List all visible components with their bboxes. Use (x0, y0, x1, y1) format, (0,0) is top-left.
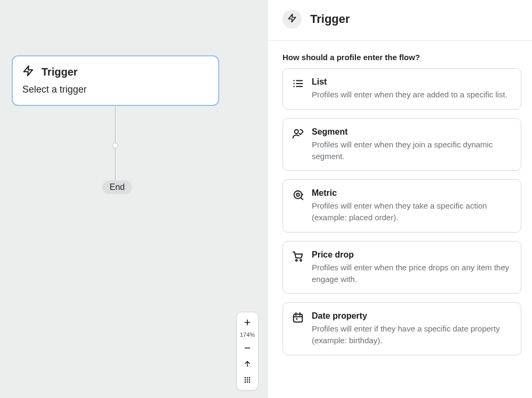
metric-icon (292, 188, 304, 201)
trigger-option-metric[interactable]: Metric Profiles will enter when they tak… (282, 179, 521, 233)
segment-icon (292, 127, 304, 140)
zoom-in-button[interactable] (237, 314, 258, 330)
svg-point-5 (245, 377, 246, 379)
svg-point-11 (245, 382, 246, 383)
svg-point-16 (293, 83, 294, 84)
svg-point-9 (247, 379, 248, 381)
panel-icon-wrap (282, 10, 302, 29)
end-node: End (102, 180, 132, 194)
list-icon (292, 77, 304, 90)
zoom-fit-button[interactable] (237, 356, 258, 372)
bolt-icon (22, 65, 34, 79)
trigger-node[interactable]: Trigger Select a trigger (12, 55, 219, 106)
trigger-option-date-property[interactable]: Date property Profiles will enter if the… (282, 302, 521, 355)
option-text: Segment Profiles will enter when they jo… (312, 127, 511, 162)
zoom-out-button[interactable] (237, 340, 258, 356)
trigger-node-title: Trigger (41, 66, 78, 78)
zoom-grid-button[interactable] (237, 372, 258, 388)
svg-rect-27 (294, 314, 303, 322)
app-root: Trigger Select a trigger End 174% (0, 0, 532, 398)
panel-prompt: How should a profile enter the flow? (282, 53, 521, 62)
svg-point-25 (296, 260, 297, 261)
option-title: Segment (312, 127, 511, 137)
calendar-icon (292, 311, 304, 324)
panel-header: Trigger (268, 0, 532, 41)
bolt-icon (287, 13, 297, 25)
trigger-option-price-drop[interactable]: Price drop Profiles will enter when the … (282, 241, 521, 294)
svg-point-23 (296, 194, 300, 197)
option-text: List Profiles will enter when they are a… (312, 77, 511, 101)
option-text: Price drop Profiles will enter when the … (312, 250, 511, 285)
svg-marker-14 (288, 14, 296, 22)
svg-rect-31 (296, 318, 297, 320)
trigger-option-list[interactable]: List Profiles will enter when they are a… (282, 68, 521, 110)
svg-point-6 (247, 377, 248, 379)
flow-canvas[interactable]: Trigger Select a trigger End 174% (0, 0, 268, 398)
trigger-node-subtitle: Select a trigger (22, 84, 209, 95)
option-title: Price drop (312, 250, 511, 260)
option-desc: Profiles will enter when the price drops… (312, 262, 511, 285)
option-title: Date property (312, 311, 511, 321)
trigger-node-header: Trigger (22, 65, 209, 79)
option-desc: Profiles will enter when they take a spe… (312, 200, 511, 223)
option-title: Metric (312, 188, 511, 198)
svg-point-10 (249, 379, 251, 381)
svg-line-24 (301, 198, 303, 200)
panel-title: Trigger (310, 12, 350, 26)
option-desc: Profiles will enter if they have a speci… (312, 323, 511, 346)
svg-marker-0 (24, 66, 33, 76)
trigger-option-segment[interactable]: Segment Profiles will enter when they jo… (282, 118, 521, 171)
svg-point-12 (247, 382, 248, 383)
cart-icon (292, 250, 304, 263)
option-title: List (312, 77, 511, 87)
option-text: Date property Profiles will enter if the… (312, 311, 511, 346)
side-panel: Trigger How should a profile enter the f… (268, 0, 532, 398)
option-desc: Profiles will enter when they are added … (312, 89, 511, 101)
svg-point-26 (300, 260, 302, 261)
connector-add-dot[interactable] (112, 143, 118, 148)
zoom-percent-label: 174% (240, 330, 255, 340)
panel-body: How should a profile enter the flow? Lis… (268, 41, 532, 372)
option-text: Metric Profiles will enter when they tak… (312, 188, 511, 223)
svg-point-7 (249, 377, 251, 379)
svg-point-15 (293, 80, 294, 81)
svg-point-21 (295, 129, 298, 133)
svg-point-13 (249, 382, 251, 383)
svg-point-8 (245, 379, 246, 381)
option-desc: Profiles will enter when they join a spe… (312, 139, 511, 162)
svg-point-17 (293, 86, 294, 87)
zoom-control: 174% (236, 312, 259, 391)
